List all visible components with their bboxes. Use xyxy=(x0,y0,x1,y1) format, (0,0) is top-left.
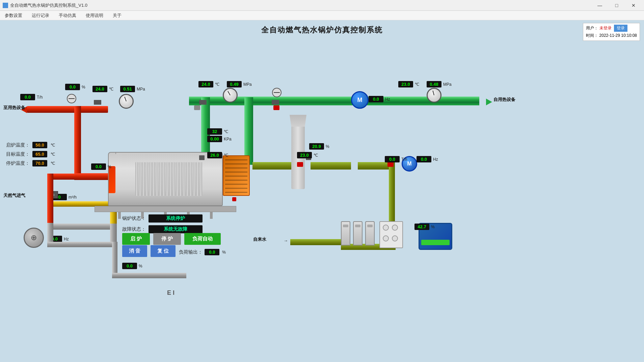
boiler-platform xyxy=(95,206,236,212)
menu-params[interactable]: 参数设置 xyxy=(3,12,24,19)
menu-bar: 参数设置 运行记录 手动仿真 使用说明 关于 xyxy=(0,11,644,20)
menu-about[interactable]: 关于 xyxy=(111,12,124,19)
unit-bottom-pct: % xyxy=(139,264,142,268)
heat-exchanger xyxy=(223,155,250,196)
control-buttons-row1: 启 炉 停 炉 负荷自动 xyxy=(122,233,221,245)
olive-pipe-h3 xyxy=(358,162,392,170)
window-controls: — □ ✕ xyxy=(592,0,641,11)
unit-boiler-pct: % xyxy=(108,164,111,169)
menu-help[interactable]: 使用说明 xyxy=(84,12,105,19)
grey-pipe-h-bottom xyxy=(47,242,115,247)
val-top-mid-temp: 24.0 xyxy=(198,81,213,87)
meas-top-left-press: 0.51 MPa xyxy=(120,86,145,92)
gauge-top-left xyxy=(119,94,134,109)
start-temp-unit: ℃ xyxy=(51,143,55,148)
grey-pipe-v-final xyxy=(112,242,117,276)
sensor-top-mid xyxy=(199,100,207,105)
meas-mid-kpa: 0.00 KPa xyxy=(207,136,232,142)
auto-button[interactable]: 负荷自动 xyxy=(184,233,221,245)
red-indicator-exchanger xyxy=(232,197,236,201)
grey-pipe-h-final xyxy=(112,273,186,278)
gauge-top-right xyxy=(427,88,441,103)
close-button[interactable]: ✕ xyxy=(626,0,641,11)
sensor-mid-left xyxy=(199,155,205,160)
valve-red-right[interactable] xyxy=(387,162,394,167)
user-value: 未登录 xyxy=(599,26,612,30)
val-top-left-press: 0.51 xyxy=(120,86,135,92)
pump-motor-main: M xyxy=(351,91,369,109)
val-bottom-pct: 0.0 xyxy=(122,263,137,269)
app-icon xyxy=(3,3,8,8)
boiler-tubes xyxy=(129,159,209,199)
unit-top-left-temp: ℃ xyxy=(109,87,113,92)
window-title: 全自动燃气热水锅炉仿真控制系统_V1.0 xyxy=(10,2,592,8)
menu-manual[interactable]: 手动仿真 xyxy=(57,12,78,19)
meas-top-right-temp: 23.0 ℃ xyxy=(398,81,419,87)
login-button[interactable]: 登录 xyxy=(614,25,627,32)
boiler-body xyxy=(108,152,223,206)
stop-temp-value: 70.0 xyxy=(32,160,47,166)
boiler-burner xyxy=(108,166,115,193)
valve-red-mid[interactable] xyxy=(273,105,279,110)
water-in-pipe xyxy=(290,239,344,245)
red-pipe-vertical-bottom xyxy=(47,174,53,231)
valve-top-mid[interactable] xyxy=(272,88,281,97)
meas-far-right-pct: 42.7 % xyxy=(414,224,435,230)
fault-status-value: 系统无故障 xyxy=(149,225,203,233)
val-far-right-pct: 42.7 xyxy=(414,224,429,230)
valve-grey-left[interactable] xyxy=(194,105,200,110)
meas-boiler-outlet-temp: 26.0 ℃ xyxy=(207,152,228,158)
user-info-panel: 用户： 未登录 登录 时间： 2022-11-29 10:10:08 xyxy=(583,23,640,41)
stop-button[interactable]: 停 炉 xyxy=(153,233,181,245)
fault-status-label: 故障状态： xyxy=(122,226,146,232)
val-boiler-outlet-temp: 26.0 xyxy=(207,152,222,158)
minimize-button[interactable]: — xyxy=(592,0,608,11)
red-pipe-out xyxy=(27,106,108,113)
valve-red-bottom-mid[interactable] xyxy=(297,162,303,167)
unit-top-right-hz: Hz xyxy=(385,97,390,102)
unit-right-hz: Hz xyxy=(433,157,438,162)
boiler-top xyxy=(115,152,215,154)
mute-button[interactable]: 消 音 xyxy=(122,245,147,257)
meas-mid-right-temp: 23.0 ℃ xyxy=(297,152,318,158)
val-mid-kpa: 0.00 xyxy=(207,136,222,142)
fan: ⊕ xyxy=(24,228,44,248)
green-pipe-v-right xyxy=(244,97,253,165)
user-label: 用户： xyxy=(586,26,598,30)
val-chimney-pct: 20.9 xyxy=(309,143,324,150)
water-tank-group xyxy=(341,221,403,248)
val-top-right-temp: 23.0 xyxy=(398,81,413,87)
unit-top-right-temp: ℃ xyxy=(415,82,419,87)
fault-status-row: 故障状态： 系统无故障 xyxy=(122,225,203,233)
meas-bottom-pct: 0.0 % xyxy=(122,263,142,269)
menu-records[interactable]: 运行记录 xyxy=(30,12,51,19)
time-label: 时间： xyxy=(586,33,598,38)
unit-boiler-outlet-temp: ℃ xyxy=(224,153,228,158)
val-mid-right-temp: 23.0 xyxy=(297,152,312,158)
unit-top-left-pct: % xyxy=(82,85,85,89)
meas-top-left-flow: 0.0 T/h xyxy=(20,94,43,100)
olive-pipe-h2 xyxy=(311,162,351,170)
stop-temp-label: 停炉温度： xyxy=(6,160,30,166)
meas-boiler-pct: 0.0 % xyxy=(91,163,111,170)
gauge-top-mid xyxy=(223,88,238,103)
red-pipe-vertical-left xyxy=(74,106,81,174)
maximize-button[interactable]: □ xyxy=(609,0,624,11)
title-bar: 全自动燃气热水锅炉仿真控制系统_V1.0 — □ ✕ xyxy=(0,0,644,11)
target-temp-row: 目标温度： 65.0 ℃ xyxy=(6,151,55,157)
start-temp-label: 启炉温度： xyxy=(6,142,30,148)
green-level-strip xyxy=(421,240,450,245)
boiler-status-row: 锅炉状态： 系统停炉 xyxy=(122,214,203,223)
water-in-label: 自来水 xyxy=(253,236,266,242)
val-mid-temp-32: 32 xyxy=(207,128,222,135)
reset-button[interactable]: 复 位 xyxy=(151,245,176,257)
meas-top-mid-press: 0.49 MPa xyxy=(227,81,252,87)
meas-top-right-hz: 0.0 Hz xyxy=(369,96,390,102)
start-button[interactable]: 启 炉 xyxy=(122,233,150,245)
valve-top-left[interactable] xyxy=(67,94,76,103)
meas-top-left-temp: 24.0 ℃ xyxy=(92,86,113,92)
air-pipe-v xyxy=(110,224,117,244)
meas-top-mid-temp: 24.0 ℃ xyxy=(198,81,219,87)
unit-chimney-pct: % xyxy=(326,144,329,149)
val-top-left-pct: 0.0 xyxy=(65,84,80,90)
